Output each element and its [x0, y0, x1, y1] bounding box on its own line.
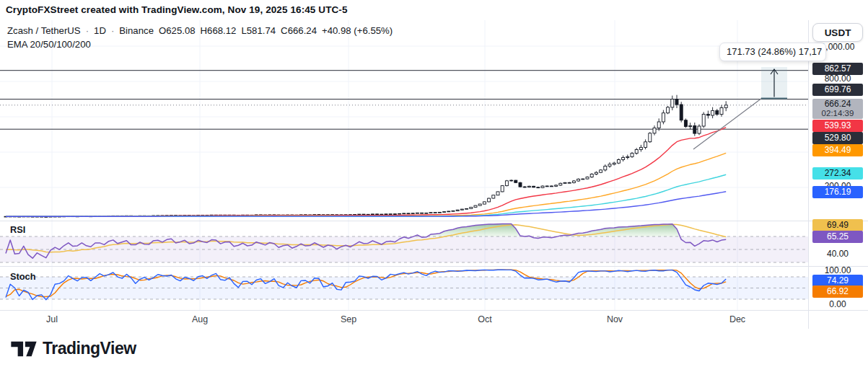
tradingview-wordmark: TradingView [43, 339, 136, 358]
tradingview-logo[interactable]: TradingView [10, 339, 136, 358]
price-badge: 69.49 [812, 219, 863, 231]
stoch-pane-label[interactable]: Stoch [10, 271, 36, 282]
ohlc-low: L581.74 [241, 25, 276, 36]
time-axis-label: Oct [478, 314, 492, 324]
symbol-title: Zcash / TetherUS [7, 25, 81, 36]
rsi-pane [0, 223, 808, 262]
ohlc-close: C666.24 [281, 25, 317, 36]
price-badge: 529.80 [812, 132, 863, 144]
tradingview-widget-screenshot: JulAugSepOctNovDec CryptoFXStreet create… [0, 0, 868, 372]
price-badge: 66.92 [812, 285, 863, 298]
price-badge: 394.49 [812, 144, 863, 156]
price-badge: 699.76 [812, 84, 863, 96]
chart-legend[interactable]: Zcash / TetherUS·1D·BinanceO625.08H668.1… [7, 24, 398, 51]
price-axis[interactable]: USDT 1,000.00800.00200.0040.00100.000.00… [809, 20, 868, 310]
price-badge: 862.57 [812, 63, 863, 75]
axis-tick: 800.00 [812, 74, 863, 84]
attribution-text: CryptoFXStreet created with TradingView.… [6, 4, 348, 15]
axis-tick: 0.00 [812, 299, 863, 309]
interval-value: 1D [94, 25, 106, 36]
price-badge: 65.25 [812, 231, 863, 243]
legend-separator: · [111, 25, 114, 36]
indicator-legend: EMA 20/50/100/200 [7, 38, 398, 51]
price-pane [0, 67, 808, 217]
last-price-badge: 666.2402:14:39 [812, 99, 863, 119]
ema200-line [6, 192, 726, 216]
rsi-pane-label[interactable]: RSI [10, 224, 25, 235]
measure-tooltip: 171.73 (24.86%) 17,17 [719, 43, 826, 61]
ema100-line [6, 174, 726, 216]
tradingview-mark-icon [10, 340, 38, 358]
axis-tick: 100.00 [812, 265, 863, 275]
price-badge: 74.29 [812, 275, 863, 287]
axis-tick: 40.00 [812, 249, 863, 259]
time-axis-label: Nov [607, 314, 623, 324]
candles-layer [4, 95, 727, 218]
legend-row-main: Zcash / TetherUS·1D·BinanceO625.08H668.1… [7, 24, 398, 37]
price-badge: 176.19 [812, 186, 863, 198]
last-price-value: 666.24 [812, 99, 863, 109]
time-axis[interactable]: JulAugSepOctNovDec [46, 314, 745, 324]
legend-separator: · [86, 25, 89, 36]
price-badge: 272.34 [812, 167, 863, 180]
ema20-line [6, 128, 726, 217]
price-change: +40.98 (+6.55%) [322, 25, 393, 36]
exchange-name: Binance [119, 25, 154, 36]
time-axis-label: Dec [729, 314, 745, 324]
bar-countdown: 02:14:39 [812, 109, 863, 118]
ohlc-high: H668.12 [201, 25, 237, 36]
time-axis-label: Sep [341, 314, 356, 324]
time-axis-label: Jul [46, 314, 58, 324]
price-badge: 539.93 [812, 120, 863, 132]
currency-toggle-button[interactable]: USDT [812, 23, 863, 42]
time-axis-label: Aug [192, 314, 208, 324]
ohlc-open: O625.08 [159, 25, 196, 36]
stoch-pane [0, 270, 808, 300]
